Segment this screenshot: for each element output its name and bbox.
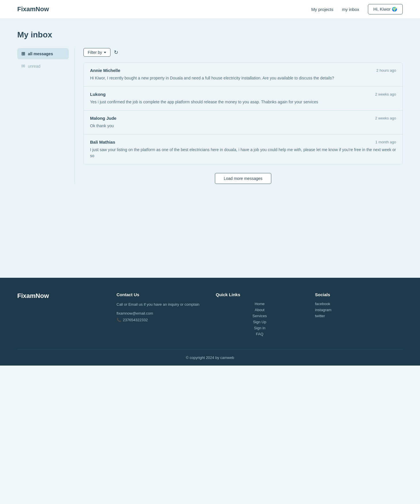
sidebar-all-messages-label: all messages (28, 52, 53, 56)
footer-contact-description: Call or Email us if you have an inquiry … (117, 302, 204, 308)
table-row[interactable]: Malong Jude 2 weeks ago Ok thank you (84, 111, 402, 134)
footer: FixamNow Contact Us Call or Email us if … (0, 278, 420, 366)
unread-icon: ✉ (21, 63, 25, 69)
chevron-down-icon (104, 52, 106, 53)
message-preview: Hi Kiwor, I recently bought a new proper… (90, 75, 396, 81)
footer-link-faq[interactable]: FAQ (216, 332, 303, 336)
filter-bar: Filter by ↻ (83, 48, 403, 57)
footer-copyright: © copyright 2024 by camweb (17, 355, 403, 360)
footer-email: fixamnow@email.com (117, 311, 204, 315)
footer-link-facebook[interactable]: facebook (315, 302, 403, 306)
footer-link-instagram[interactable]: instagram (315, 308, 403, 312)
table-row[interactable]: Bali Mathias 1 month ago I just saw your… (84, 134, 402, 164)
messages-container: Annie Michelle 2 hours ago Hi Kiwor, I r… (83, 62, 403, 164)
footer-link-signup[interactable]: Sign Up (216, 320, 303, 324)
refresh-button[interactable]: ↻ (114, 49, 118, 56)
sidebar-unread-label: unread (28, 64, 41, 69)
message-time: 1 month ago (375, 140, 396, 144)
footer-contact-title: Contact Us (117, 292, 204, 297)
footer-top: FixamNow Contact Us Call or Email us if … (17, 292, 403, 349)
inbox-layout: ⊞ all messages ✉ unread Filter by ↻ (17, 48, 403, 184)
footer-phone-number: 237654322332 (123, 318, 148, 322)
header-nav: My projects my inbox Hi, Kiwor 🌍 (311, 4, 403, 14)
message-header: Lukong 2 weeks ago (90, 92, 396, 97)
sidebar: ⊞ all messages ✉ unread (17, 48, 75, 184)
message-time: 2 weeks ago (375, 92, 396, 96)
footer-contact-col: Contact Us Call or Email us if you have … (117, 292, 204, 338)
page-title: My inbox (17, 30, 403, 39)
sidebar-item-unread[interactable]: ✉ unread (17, 60, 69, 72)
main-content: My inbox ⊞ all messages ✉ unread Filter … (0, 19, 420, 278)
message-preview: I just saw your listing on the platform … (90, 147, 396, 159)
phone-icon: 📞 (117, 318, 121, 322)
footer-links-title: Quick Links (216, 292, 303, 297)
message-header: Malong Jude 2 weeks ago (90, 116, 396, 121)
table-row[interactable]: Annie Michelle 2 hours ago Hi Kiwor, I r… (84, 63, 402, 87)
nav-inbox[interactable]: my inbox (342, 7, 359, 12)
footer-divider (17, 349, 403, 350)
load-more-wrapper: Load more messages (83, 173, 403, 184)
message-preview: Ok thank you (90, 123, 396, 129)
footer-socials-title: Socials (315, 292, 403, 297)
message-sender: Bali Mathias (90, 140, 115, 144)
footer-link-signin[interactable]: Sign in (216, 326, 303, 330)
message-sender: Annie Michelle (90, 68, 120, 73)
message-sender: Malong Jude (90, 116, 117, 121)
nav-projects[interactable]: My projects (311, 7, 333, 12)
footer-links-col: Quick Links Home About Services Sign Up … (216, 292, 303, 338)
footer-logo-col: FixamNow (17, 292, 105, 338)
load-more-button[interactable]: Load more messages (215, 173, 272, 184)
messages-area: Filter by ↻ Annie Michelle 2 hours ago H… (75, 48, 403, 184)
footer-link-services[interactable]: Services (216, 314, 303, 318)
header: FixamNow My projects my inbox Hi, Kiwor … (0, 0, 420, 19)
filter-label: Filter by (88, 50, 102, 55)
message-sender: Lukong (90, 92, 106, 97)
footer-link-home[interactable]: Home (216, 302, 303, 306)
message-preview: Yes i just confirmed the job is complete… (90, 99, 396, 105)
filter-button[interactable]: Filter by (83, 48, 110, 57)
header-logo: FixamNow (17, 5, 49, 13)
message-header: Bali Mathias 1 month ago (90, 140, 396, 144)
message-header: Annie Michelle 2 hours ago (90, 68, 396, 73)
user-button[interactable]: Hi, Kiwor 🌍 (368, 4, 403, 14)
footer-link-twitter[interactable]: twitter (315, 314, 403, 318)
footer-phone: 📞 237654322332 (117, 318, 204, 322)
footer-link-about[interactable]: About (216, 308, 303, 312)
footer-socials-col: Socials facebook instagram twitter (315, 292, 403, 338)
sidebar-item-all-messages[interactable]: ⊞ all messages (17, 48, 69, 59)
message-time: 2 weeks ago (375, 116, 396, 120)
footer-logo: FixamNow (17, 292, 105, 300)
inbox-icon: ⊞ (21, 51, 25, 56)
table-row[interactable]: Lukong 2 weeks ago Yes i just confirmed … (84, 87, 402, 111)
message-time: 2 hours ago (376, 68, 396, 73)
